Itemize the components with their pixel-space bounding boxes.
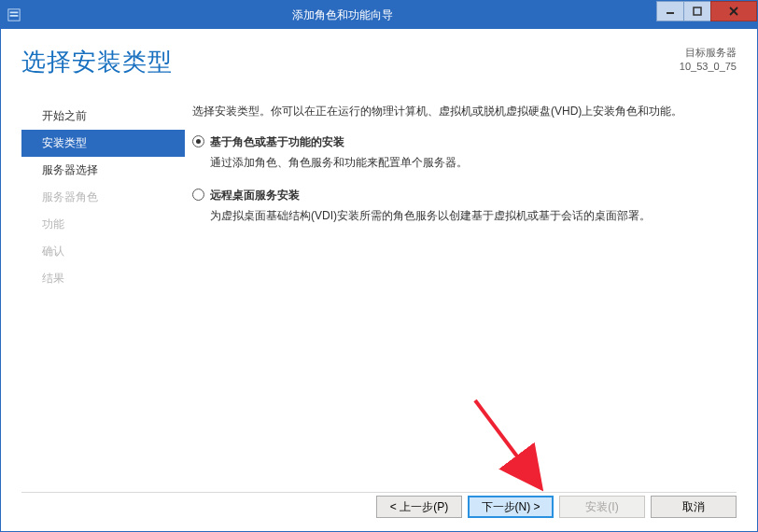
svg-rect-2	[10, 15, 19, 17]
option-remote-desktop[interactable]: 远程桌面服务安装 为虚拟桌面基础结构(VDI)安装所需的角色服务以创建基于虚拟机…	[192, 188, 729, 224]
maximize-button[interactable]	[683, 1, 711, 21]
window-title: 添加角色和功能向导	[27, 7, 657, 23]
sidebar-item-confirm: 确认	[21, 238, 185, 265]
sidebar-item-features: 功能	[21, 211, 185, 238]
svg-rect-4	[694, 7, 701, 15]
client-area: 选择安装类型 目标服务器 10_53_0_75 开始之前 安装类型 服务器选择 …	[1, 29, 757, 531]
minimize-button[interactable]	[656, 1, 684, 21]
sidebar: 开始之前 安装类型 服务器选择 服务器角色 功能 确认 结果	[21, 103, 185, 486]
install-button: 安装(I)	[559, 496, 645, 518]
intro-text: 选择安装类型。你可以在正在运行的物理计算机、虚拟机或脱机虚拟硬盘(VHD)上安装…	[192, 103, 729, 119]
page-title: 选择安装类型	[21, 46, 173, 78]
next-button[interactable]: 下一步(N) >	[468, 496, 554, 518]
option-role-based[interactable]: 基于角色或基于功能的安装 通过添加角色、角色服务和功能来配置单个服务器。	[192, 134, 729, 171]
prev-button[interactable]: < 上一步(P)	[376, 496, 462, 518]
app-icon	[1, 8, 27, 21]
option-title: 基于角色或基于功能的安装	[210, 134, 729, 150]
svg-rect-1	[10, 12, 19, 14]
wizard-window: 添加角色和功能向导 选择安装类型 目标服务器 10_53_0_75 开始之前 安…	[0, 0, 758, 532]
destination-label: 目标服务器	[680, 46, 737, 60]
body-row: 开始之前 安装类型 服务器选择 服务器角色 功能 确认 结果 选择安装类型。你可…	[21, 103, 737, 486]
sidebar-item-before-begin[interactable]: 开始之前	[21, 103, 185, 130]
sidebar-item-server-roles: 服务器角色	[21, 184, 185, 211]
radio-remote-desktop[interactable]	[192, 189, 204, 201]
option-desc: 通过添加角色、角色服务和功能来配置单个服务器。	[210, 154, 729, 171]
destination-value: 10_53_0_75	[680, 60, 737, 74]
sidebar-item-install-type[interactable]: 安装类型	[21, 130, 185, 157]
option-body: 远程桌面服务安装 为虚拟桌面基础结构(VDI)安装所需的角色服务以创建基于虚拟机…	[210, 188, 729, 224]
footer-separator	[21, 492, 737, 493]
option-body: 基于角色或基于功能的安装 通过添加角色、角色服务和功能来配置单个服务器。	[210, 134, 729, 171]
window-controls	[657, 1, 757, 29]
content-pane: 选择安装类型。你可以在正在运行的物理计算机、虚拟机或脱机虚拟硬盘(VHD)上安装…	[185, 103, 737, 486]
close-button[interactable]	[710, 1, 757, 21]
option-title: 远程桌面服务安装	[210, 188, 729, 203]
radio-role-based[interactable]	[192, 135, 204, 147]
sidebar-item-server-selection[interactable]: 服务器选择	[21, 157, 185, 184]
cancel-button[interactable]: 取消	[651, 496, 737, 518]
destination-box: 目标服务器 10_53_0_75	[680, 46, 737, 74]
titlebar: 添加角色和功能向导	[1, 1, 757, 29]
option-desc: 为虚拟桌面基础结构(VDI)安装所需的角色服务以创建基于虚拟机或基于会话的桌面部…	[210, 207, 729, 224]
header-row: 选择安装类型 目标服务器 10_53_0_75	[21, 46, 737, 78]
sidebar-item-results: 结果	[21, 265, 185, 292]
